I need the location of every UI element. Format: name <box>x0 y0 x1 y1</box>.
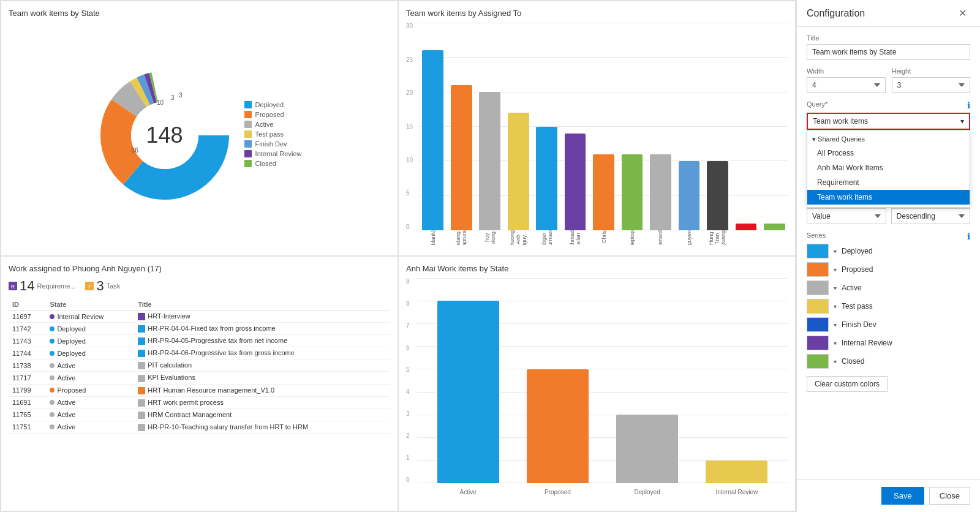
svg-rect-23 <box>138 387 145 394</box>
series-chevron-finishdev[interactable]: ▾ <box>834 322 837 328</box>
task-count-badge: T 3 Task <box>85 278 120 294</box>
bar-7 <box>593 154 614 230</box>
sort-direction-select[interactable]: Descending <box>891 208 971 224</box>
legend-internalreview: Internal Review <box>244 150 302 157</box>
dropdown-item-teamworkitems[interactable]: Team work items <box>807 190 970 205</box>
width-label: Width <box>807 67 886 75</box>
legend-proposed: Proposed <box>244 111 302 118</box>
title-input[interactable] <box>807 44 970 60</box>
table-row: 11799 Proposed HRT Human Resource manage… <box>9 384 390 396</box>
series-color-deployed[interactable] <box>807 244 829 258</box>
series-label-internalreview: Internal Review <box>842 339 892 347</box>
table-row: 11738 Active PIT calculation <box>9 360 390 372</box>
series-color-finishdev[interactable] <box>807 317 829 332</box>
work-item-icon <box>138 337 145 345</box>
status-dot <box>50 424 55 429</box>
save-button[interactable]: Save <box>881 487 924 505</box>
bar-2 <box>451 85 472 230</box>
bar-item-5 <box>533 23 560 230</box>
height-field-group: Height 3 <box>892 67 971 93</box>
series-chevron-testpass[interactable]: ▾ <box>834 303 837 310</box>
requirement-icon: R <box>9 282 17 290</box>
svg-text:93: 93 <box>192 123 200 130</box>
status-dot <box>50 363 55 368</box>
series-color-testpass[interactable] <box>807 299 829 314</box>
series-label-finishdev: Finish Dev <box>842 320 876 329</box>
series-row-active: ▾ Active <box>807 280 970 295</box>
bar-4 <box>508 113 529 230</box>
dropdown-item-requirement[interactable]: Requirement <box>807 175 970 190</box>
col-state: State <box>46 299 134 311</box>
panel4-title: Anh Mai Work items by State <box>406 264 788 273</box>
col-id: ID <box>9 299 46 311</box>
work-item-icon <box>138 362 145 369</box>
bars-container <box>420 23 788 230</box>
svg-rect-17 <box>138 313 145 320</box>
series-chevron-internalreview[interactable]: ▾ <box>834 340 837 347</box>
series-chevron-proposed[interactable]: ▾ <box>834 266 837 273</box>
series-color-proposed[interactable] <box>807 262 829 277</box>
legend-color-deployed <box>244 101 252 108</box>
dropdown-section-header: ▾ Shared Queries <box>807 133 970 146</box>
height-select[interactable]: 3 <box>892 77 971 93</box>
width-select[interactable]: 4 <box>807 77 886 93</box>
series-info-icon[interactable]: ℹ <box>967 232 970 241</box>
legend-color-active <box>244 121 252 128</box>
height-label: Height <box>892 67 971 75</box>
sort-value-select[interactable]: Value <box>807 208 886 224</box>
req-label: Requireme... <box>37 282 75 290</box>
query-dropdown: Team work items ▾ ▾ Shared Queries All P… <box>807 113 970 130</box>
donut-total: 148 <box>146 122 183 148</box>
query-info-icon[interactable]: ℹ <box>967 100 970 110</box>
table-row: 11744 Deployed HR-PR-04-06-Progressive t… <box>9 347 390 360</box>
svg-text:10: 10 <box>157 99 164 106</box>
status-dot <box>50 314 55 319</box>
bar-item-10 <box>676 23 702 230</box>
bar-8 <box>622 154 643 230</box>
svg-text:T: T <box>88 284 92 290</box>
svg-text:R: R <box>11 284 15 290</box>
series-row-testpass: ▾ Test pass <box>807 299 970 314</box>
bar-item-1 <box>420 23 446 230</box>
work-item-icon <box>138 424 145 431</box>
bar-item-11 <box>704 23 731 230</box>
work-item-icon <box>138 375 145 382</box>
legend-testpass: Test pass <box>244 130 302 138</box>
bar-9 <box>650 154 671 230</box>
work-item-icon <box>138 313 145 320</box>
anh-mai-bars <box>417 278 788 483</box>
work-item-icon <box>138 387 145 394</box>
work-item-icon <box>138 325 145 333</box>
donut-wrapper: 36 93 10 3 3 148 <box>97 68 232 203</box>
table-row: 11691 Active HRT work permit process <box>9 396 390 408</box>
sidebar-close-button[interactable]: ✕ <box>955 6 970 20</box>
svg-rect-26 <box>138 424 145 431</box>
bar-13 <box>764 224 785 230</box>
title-field-group: Title <box>807 34 970 60</box>
dropdown-item-anhmai[interactable]: Anh Mai Work Items <box>807 160 970 175</box>
series-color-internalreview[interactable] <box>807 336 829 350</box>
series-section: Series ℹ ▾ Deployed ▾ Proposed ▾ Active <box>807 232 970 369</box>
clear-colors-button[interactable]: Clear custom colors <box>807 376 888 392</box>
bar-item-13 <box>761 23 788 230</box>
work-items-table: ID State Title 11697 Internal Review HRT… <box>9 299 390 434</box>
cancel-button[interactable]: Close <box>929 487 970 505</box>
series-color-closed[interactable] <box>807 354 829 369</box>
series-color-active[interactable] <box>807 280 829 295</box>
series-row-closed: ▾ Closed <box>807 354 970 369</box>
series-chevron-active[interactable]: ▾ <box>834 285 837 292</box>
series-chevron-deployed[interactable]: ▾ <box>834 248 837 255</box>
anh-bar-deployed <box>609 278 686 483</box>
status-dot <box>50 326 55 331</box>
panel-table: Work assigned to Phuong Anh Nguyen (17) … <box>1 257 398 511</box>
task-count: 3 <box>96 278 104 294</box>
anh-mai-y-axis: 0 1 2 3 4 5 6 7 8 9 <box>406 278 416 483</box>
svg-rect-24 <box>138 399 145 407</box>
sidebar-title: Configuration <box>807 8 865 19</box>
series-chevron-closed[interactable]: ▾ <box>834 358 837 365</box>
query-input-box[interactable]: Team work items ▾ <box>807 113 970 130</box>
anh-bar-active <box>429 278 507 483</box>
svg-rect-21 <box>138 362 145 369</box>
dropdown-item-allprocess[interactable]: All Process <box>807 146 970 160</box>
query-label: Query* <box>807 100 827 108</box>
